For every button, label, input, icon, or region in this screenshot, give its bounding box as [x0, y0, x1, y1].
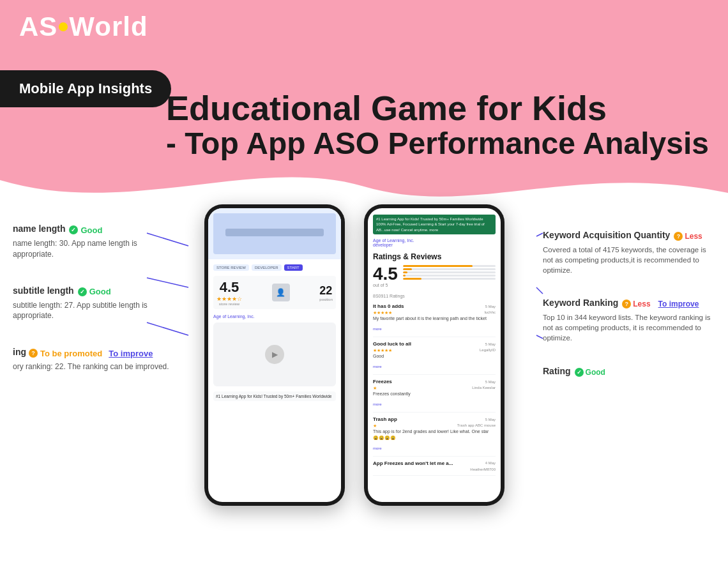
phone1-header	[208, 208, 341, 259]
phone1-nav-store-review: STORE REVIEW	[213, 264, 249, 271]
review-item-3: Freezes 5 May ★ Linda Keeslar Freezes co…	[373, 379, 496, 413]
review-stars-3: ★	[373, 386, 377, 391]
review-title-3: Freezes	[373, 379, 392, 384]
keyword-quantity-status-text: Less	[685, 232, 702, 241]
phone1-nav: STORE REVIEW DEVELOPER START	[213, 264, 336, 271]
phone1-body: STORE REVIEW DEVELOPER START 4.5 ★★★★☆ s…	[208, 259, 341, 406]
phone2-top-banner: #1 Learning App for Kids! Trusted by 50m…	[373, 215, 496, 234]
phone2-banner-sub: 100% Ad-Free, Focused Learning & Start y…	[376, 222, 492, 232]
rating-bar-1	[403, 278, 496, 280]
review-author-5: HeatherM8700	[470, 467, 496, 471]
phone2-mockup: #1 Learning App for Kids! Trusted by 50m…	[364, 204, 504, 506]
rating-bar-4	[403, 268, 496, 270]
bar-fill-3	[403, 271, 407, 273]
phone1-developer: Age of Learning, Inc.	[213, 314, 336, 319]
content-area: name length ✓ Good name length: 30. App …	[0, 211, 728, 562]
review-item-2: Good luck to all 5 May ★★★★★ LegallyID G…	[373, 341, 496, 375]
ranking-improve-link[interactable]: To improve	[109, 349, 153, 358]
review-date-1: 5 May	[485, 305, 496, 308]
phone1-nav-developer: DEVELOPER	[252, 264, 282, 271]
title-line1: Educational Game for Kids	[166, 89, 715, 127]
phone1-mockup: STORE REVIEW DEVELOPER START 4.5 ★★★★☆ s…	[204, 204, 345, 506]
review-title-4: Trash app	[373, 416, 397, 422]
check-icon-rating: ✓	[575, 368, 584, 377]
annotation-rating: Rating ✓ Good	[543, 366, 715, 379]
review-more-2[interactable]: more	[373, 365, 382, 368]
review-more-4[interactable]: more	[373, 446, 382, 450]
phone1-avatar: 👤	[272, 284, 290, 301]
review-author-1: luchhc	[485, 310, 496, 315]
phone1-rating-value: 4.5	[216, 279, 242, 296]
phone1-screen: STORE REVIEW DEVELOPER START 4.5 ★★★★☆ s…	[208, 208, 341, 502]
review-author-2: LegallyID	[480, 348, 496, 353]
review-date-4: 5 May	[485, 418, 496, 422]
review-more-3[interactable]: more	[373, 402, 382, 406]
review-header-5: App Freezes and won't let me a... 4 May	[373, 460, 496, 466]
review-more-1[interactable]: more	[373, 327, 382, 331]
rating-bar-5	[403, 265, 496, 267]
phone1-header-inner	[213, 213, 336, 254]
keyword-ranking-status-text: Less	[633, 300, 650, 308]
review-title-5: App Freezes and won't let me a...	[373, 460, 453, 466]
annotation-name-length: name length ✓ Good name length: 30. App …	[13, 224, 179, 260]
phone1-bottom-bar: #1 Learning App for Kids! Trusted by 50m…	[213, 391, 336, 401]
play-button[interactable]: ▶	[265, 345, 284, 364]
review-date-2: 5 May	[485, 342, 496, 346]
review-item-4: Trash app 5 May ★ Trash app ABC mouse Th…	[373, 416, 496, 456]
phone1-video: ▶	[213, 323, 336, 386]
review-stars-4: ★	[373, 423, 377, 429]
rating-title: Rating	[543, 366, 571, 376]
phone2-banner-text: #1 Learning App for Kids! Trusted by 50m…	[376, 216, 492, 222]
bar-track-1	[403, 278, 496, 280]
review-text-2: Good	[373, 353, 496, 359]
keyword-ranking-improve-link[interactable]: To improve	[658, 300, 699, 308]
ranking-title: ing	[13, 347, 26, 357]
review-text-3: Freezes constantly	[373, 391, 496, 397]
annotation-subtitle-length: subtitle length ✓ Good subtitle length: …	[13, 285, 179, 322]
phone2-developer: Age of Learning, Inc.developer	[373, 238, 496, 247]
page-wrapper: ASWorld Mobile App Insights Educational …	[0, 0, 728, 562]
bar-track-3	[403, 271, 496, 273]
phone1-rating-block: 4.5 ★★★★☆ store review	[216, 279, 242, 306]
review-header-2: Good luck to all 5 May	[373, 341, 496, 347]
phone1-rank-block: 22 position	[319, 284, 333, 301]
subtitle-length-desc: subtitle length: 27. App subtitle length…	[13, 300, 179, 322]
name-length-status: ✓ Good	[69, 225, 102, 235]
insights-badge: Mobile App Insights	[0, 70, 171, 107]
review-title-1: It has 0 adds	[373, 303, 404, 309]
phone2-big-rating-value: 4.5	[373, 265, 398, 283]
phone1-rank-label: position	[319, 298, 333, 301]
review-header-3: Freezes 5 May	[373, 379, 496, 384]
bar-track-5	[403, 265, 496, 267]
name-length-desc: name length: 30. App name length is appr…	[13, 238, 179, 260]
phone1-stars: ★★★★☆	[216, 296, 242, 302]
ranking-promote-text: To be promoted	[40, 349, 102, 358]
ranking-desc: ory ranking: 22. The ranking can be impr…	[13, 361, 179, 372]
keyword-ranking-title: Keyword Ranking	[543, 298, 618, 308]
logo-area: ASWorld	[19, 11, 148, 42]
review-header-1: It has 0 adds 5 May	[373, 303, 496, 309]
ranking-promote-status: ? To be promoted	[29, 349, 102, 358]
keyword-quantity-title: Keyword Acquisition Quantity	[543, 230, 670, 240]
subtitle-length-status: ✓ Good	[78, 287, 111, 296]
review-stars-2: ★★★★★	[373, 348, 392, 353]
bar-track-2	[403, 275, 496, 277]
phones-container: STORE REVIEW DEVELOPER START 4.5 ★★★★☆ s…	[160, 204, 549, 562]
phone2-total-ratings: 8S0911 Ratings	[373, 294, 496, 298]
keyword-ranking-status: ? Less	[622, 300, 650, 308]
rating-status-text: Good	[586, 368, 605, 377]
phone2-rating-row: 4.5 out of 5	[373, 265, 496, 287]
logo-dot	[59, 22, 68, 31]
phone2-big-rating-block: 4.5 out of 5	[373, 265, 398, 287]
review-title-2: Good luck to all	[373, 341, 411, 347]
review-text-4: This app is for 2end grades and lower! L…	[373, 429, 496, 440]
keyword-ranking-desc: Top 10 in 344 keyword lists. The keyword…	[543, 312, 715, 343]
keyword-quantity-desc: Covered a total of 4175 keywords, the co…	[543, 245, 715, 275]
annotation-keyword-ranking: Keyword Ranking ? Less To improve Top 10…	[543, 298, 715, 343]
phone1-store-label: store review	[216, 302, 242, 306]
phone2-rating-bars	[403, 265, 496, 281]
bar-fill-2	[403, 275, 406, 277]
phone2-ratings-title: Ratings & Reviews	[373, 252, 496, 261]
phone1-rank-value: 22	[319, 284, 333, 298]
review-date-3: 5 May	[485, 380, 496, 384]
